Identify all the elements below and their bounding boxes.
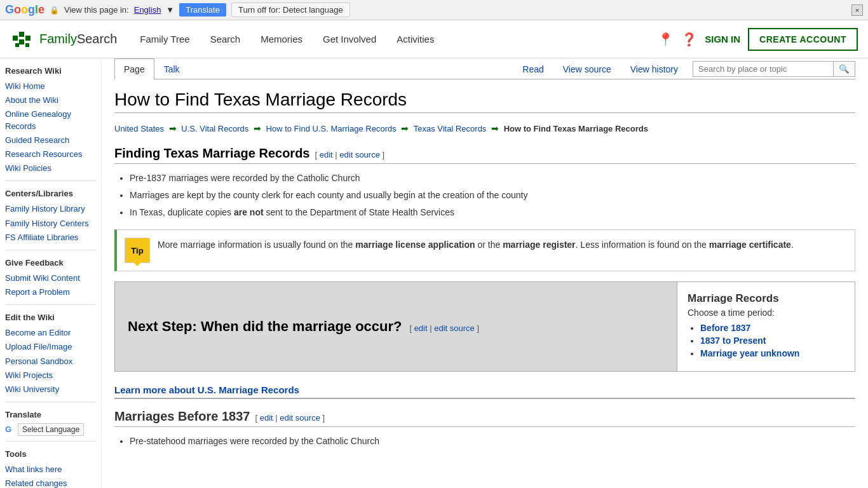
sidebar-divider-1 (5, 180, 96, 181)
svg-rect-2 (19, 32, 24, 37)
lock-icon: 🔒 (50, 6, 59, 15)
section2-bullets: Pre-statehood marriages were recorded by… (130, 435, 855, 448)
sidebar-item-wiki-projects[interactable]: Wiki Projects (5, 369, 96, 383)
sidebar-item-related-changes[interactable]: Related changes (5, 477, 96, 488)
nav-memories[interactable]: Memories (250, 20, 313, 58)
sidebar-item-upload-file[interactable]: Upload File/Image (5, 340, 96, 354)
sidebar-item-online-genealogy[interactable]: Online Genealogy Records (5, 107, 96, 133)
sidebar-item-family-history-library[interactable]: Family History Library (5, 202, 96, 216)
breadcrumb-arrow-4: ➡ (491, 123, 499, 133)
tab-actions: Read View source View history 🔍 (513, 58, 855, 79)
breadcrumb-arrow-3: ➡ (401, 123, 409, 133)
translate-bar: Google 🔒 View this page in: English ▼ Tr… (0, 0, 868, 20)
section1-edit-link[interactable]: edit (320, 150, 333, 159)
learn-more-divider (114, 398, 855, 399)
turnoff-button[interactable]: Turn off for: Detect language (231, 3, 350, 17)
before-1837-link[interactable]: Before 1837 (700, 323, 750, 333)
breadcrumb: United States ➡ U.S. Vital Records ➡ How… (114, 123, 855, 133)
wiki-search-input[interactable] (693, 62, 833, 76)
select-language-button[interactable]: Select Language (18, 423, 84, 436)
language-link[interactable]: English (134, 5, 161, 15)
main-header: FamilySearch Family Tree Search Memories… (0, 20, 868, 58)
nav-search[interactable]: Search (200, 20, 251, 58)
learn-more-link[interactable]: Learn more about U.S. Marriage Records (114, 384, 855, 395)
nav-family-tree[interactable]: Family Tree (130, 20, 200, 58)
section2-edit-source-link[interactable]: edit source (280, 413, 320, 423)
help-icon[interactable]: ❓ (681, 32, 697, 47)
google-translate-widget: G Select Language (5, 423, 96, 436)
svg-rect-5 (15, 43, 19, 47)
next-step-edit-link[interactable]: edit (414, 323, 428, 333)
sidebar-item-about-wiki[interactable]: About the Wiki (5, 93, 96, 107)
tab-page[interactable]: Page (114, 58, 154, 79)
translate-title: Translate (5, 410, 96, 419)
nav-get-involved[interactable]: Get Involved (313, 20, 386, 58)
section1-bullets: Pre-1837 marriages were recorded by the … (130, 172, 855, 219)
research-wiki-title: Research Wiki (5, 66, 96, 76)
sidebar-item-report-problem[interactable]: Report a Problem (5, 285, 96, 299)
tip-text: More marriage information is usually fou… (158, 238, 794, 252)
tab-talk[interactable]: Talk (154, 58, 189, 79)
section1-heading: Finding Texas Marriage Records [ edit | … (114, 146, 855, 164)
sidebar-item-wiki-home[interactable]: Wiki Home (5, 79, 96, 93)
tab-view-history[interactable]: View history (621, 58, 688, 79)
wiki-search-area: 🔍 (693, 61, 855, 77)
sidebar-divider-5 (5, 441, 96, 442)
close-translate-button[interactable]: × (851, 4, 863, 16)
article-title: How to Find Texas Marriage Records (114, 90, 855, 113)
choose-period-text: Choose a time period: (688, 308, 844, 318)
google-logo: Google (5, 3, 44, 17)
breadcrumb-us[interactable]: United States (114, 124, 164, 133)
header-right: 📍 ❓ SIGN IN CREATE ACCOUNT (658, 28, 858, 51)
sidebar-item-wiki-university[interactable]: Wiki University (5, 383, 96, 396)
centers-libraries-title: Centers/Libraries (5, 189, 96, 198)
sidebar-item-guided-research[interactable]: Guided Research (5, 133, 96, 147)
tab-read[interactable]: Read (513, 58, 553, 79)
breadcrumb-us-vital[interactable]: U.S. Vital Records (181, 124, 248, 133)
logo-text: FamilySearch (39, 32, 117, 46)
next-step-edit-source-link[interactable]: edit source (434, 323, 475, 333)
nav-activities[interactable]: Activities (386, 20, 444, 58)
section2-edit-links: [ edit | edit source ] (255, 413, 325, 423)
bullet-1: Pre-1837 marriages were recorded by the … (130, 172, 855, 185)
breadcrumb-us-marriage[interactable]: How to Find U.S. Marriage Records (266, 124, 397, 133)
location-icon[interactable]: 📍 (658, 32, 674, 47)
translate-button[interactable]: Translate (179, 3, 226, 17)
sidebar-divider-4 (5, 402, 96, 402)
next-step-content: Next Step: When did the marriage occur? … (128, 318, 479, 335)
sidebar-item-what-links-here[interactable]: What links here (5, 463, 96, 477)
tip-box: Tip More marriage information is usually… (114, 229, 855, 271)
tip-icon-text: Tip (131, 246, 143, 255)
breadcrumb-tx-vital[interactable]: Texas Vital Records (414, 124, 487, 133)
breadcrumb-arrow-2: ➡ (254, 123, 261, 133)
wiki-search-button[interactable]: 🔍 (833, 62, 855, 76)
section2-heading: Marriages Before 1837 [ edit | edit sour… (114, 409, 855, 427)
next-step-title: Next Step: When did the marriage occur? (128, 318, 402, 334)
sidebar-item-research-resources[interactable]: Research Resources (5, 147, 96, 161)
sidebar-item-become-editor[interactable]: Become an Editor (5, 326, 96, 340)
main-content: Page Talk Read View source View history … (102, 58, 868, 488)
section1-edit-source-link[interactable]: edit source (339, 150, 380, 159)
sidebar-item-family-history-centers[interactable]: Family History Centers (5, 217, 96, 231)
tab-view-source[interactable]: View source (553, 58, 621, 79)
sidebar-item-fs-affiliate[interactable]: FS Affiliate Libraries (5, 231, 96, 245)
logo-link[interactable]: FamilySearch (10, 27, 117, 52)
main-nav: Family Tree Search Memories Get Involved… (130, 20, 658, 58)
tip-icon: Tip (125, 238, 150, 263)
breadcrumb-arrow-1: ➡ (169, 123, 177, 133)
bullet-2: Marriages are kept by the county clerk f… (130, 189, 855, 202)
sidebar-item-wiki-policies[interactable]: Wiki Policies (5, 161, 96, 175)
sidebar-item-submit-wiki[interactable]: Submit Wiki Content (5, 271, 96, 285)
tools-title: Tools (5, 449, 96, 459)
sidebar-item-personal-sandbox[interactable]: Personal Sandbox (5, 355, 96, 369)
familysearch-logo-icon (10, 27, 36, 52)
bullet-3: In Texas, duplicate copies are not sent … (130, 206, 855, 219)
sign-in-link[interactable]: SIGN IN (705, 34, 740, 44)
create-account-button[interactable]: CREATE ACCOUNT (748, 28, 858, 51)
next-step-container: Next Step: When did the marriage occur? … (114, 281, 855, 372)
svg-rect-1 (13, 36, 18, 41)
1837-present-link[interactable]: 1837 to Present (700, 336, 766, 346)
year-unknown-link[interactable]: Marriage year unknown (700, 348, 799, 358)
breadcrumb-current: How to Find Texas Marriage Records (504, 124, 648, 133)
section2-edit-link[interactable]: edit (260, 413, 273, 423)
